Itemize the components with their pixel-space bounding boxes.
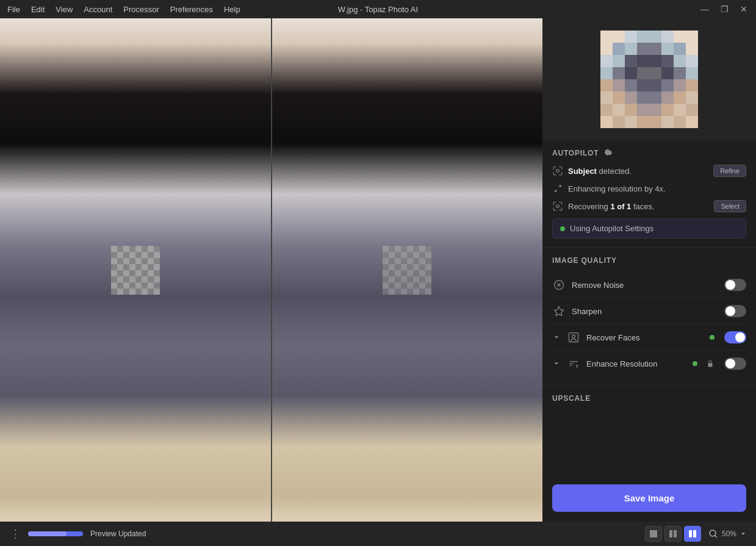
save-section: Save Image [542,475,756,522]
thumbnail-cell [686,55,698,67]
resolution-icon [552,183,563,194]
image-before [0,18,271,522]
remove-noise-toggle[interactable] [724,279,746,291]
image-quality-header: IMAGE QUALITY [552,256,746,265]
thumbnail-cell [613,67,625,79]
thumbnail-cell [674,31,686,43]
thumbnail-cell [613,92,625,104]
zoom-control: 50% [708,529,746,539]
save-image-button[interactable]: Save Image [552,484,746,512]
thumbnail-cell [661,92,674,104]
thumbnail-cell [625,43,637,55]
close-button[interactable]: ✕ [739,4,749,14]
enhance-resolution-row: Enhance Resolution [552,351,746,376]
menu-account[interactable]: Account [84,5,112,14]
thumbnail-cell [600,31,613,43]
maximize-button[interactable]: ❐ [719,4,729,14]
enhance-resolution-label: Enhance Resolution [586,359,686,368]
select-button[interactable]: Select [714,200,746,212]
svg-point-0 [556,170,560,173]
thumbnail-cell [625,55,637,67]
thumbnail-cell [600,104,613,116]
menu-help[interactable]: Help [224,5,240,14]
mosaic-blur-left [111,246,160,295]
menu-view[interactable]: View [56,5,73,14]
thumbnail-cell [674,116,686,128]
thumbnail-cell [625,104,637,116]
thumbnail-cell [613,116,625,128]
image-quality-section: IMAGE QUALITY Remove Noise [542,248,756,386]
thumbnail-cell [625,116,637,128]
menu-preferences[interactable]: Preferences [170,5,213,14]
thumbnail-cell [637,67,649,79]
thumbnail-cell [649,31,661,43]
options-dots-button[interactable]: ⋮ [10,527,21,541]
menu-edit[interactable]: Edit [31,5,45,14]
menu-processor[interactable]: Processor [123,5,159,14]
preview-updated-text: Preview Updated [90,530,146,538]
sharpen-label: Sharpen [572,307,718,316]
subject-icon [552,165,563,176]
enhance-resolution-toggle[interactable] [724,357,746,370]
split-view-button[interactable] [664,526,682,542]
thumbnail-cell [674,79,686,92]
thumbnail-cell [686,31,698,43]
autopilot-resolution-row: Enhancing resolution by 4x. [552,183,746,194]
zoom-icon[interactable] [708,529,718,539]
thumbnail-cell [637,79,649,92]
svg-rect-3 [569,333,578,342]
progress-bar [28,531,83,536]
gear-icon[interactable] [603,149,612,157]
thumbnail-cell [686,92,698,104]
subject-detected-text: Subject detected. [568,167,708,176]
recover-faces-active-dot [710,335,715,340]
titlebar: File Edit View Account Processor Prefere… [0,0,756,18]
thumbnail-cell [600,43,613,55]
thumbnail-cell [625,92,637,104]
thumbnail-cell [637,31,649,43]
thumbnail-cell [637,92,649,104]
autopilot-section: AUTOPILOT Subject detected. Refine [542,140,756,248]
sharpen-toggle[interactable] [724,305,746,317]
thumbnail-cell [637,104,649,116]
thumbnail-cell [674,43,686,55]
menu-file[interactable]: File [7,5,20,14]
svg-point-10 [710,530,716,536]
thumbnail-cell [600,67,613,79]
main-content: AUTOPILOT Subject detected. Refine [0,18,756,522]
thumbnail-cell [661,55,674,67]
recover-faces-toggle[interactable] [724,331,746,343]
refine-button[interactable]: Refine [713,165,746,177]
autopilot-title: AUTOPILOT [552,149,599,157]
autopilot-settings-text: Using Autopilot Settings [570,224,653,233]
faces-icon [552,201,563,212]
bottom-bar: ⋮ Preview Updated 50% [0,522,756,546]
remove-noise-icon [552,278,566,292]
image-panel-left [0,18,272,522]
thumbnail-cell [613,104,625,116]
image-quality-title: IMAGE QUALITY [552,256,617,265]
thumbnail-cell [649,43,661,55]
zoom-chevron-icon[interactable] [740,531,746,537]
recover-faces-row: Recover Faces [552,325,746,351]
remove-noise-row: Remove Noise [552,272,746,298]
minimize-button[interactable]: — [700,4,710,14]
recover-faces-expand-icon[interactable] [552,333,561,342]
thumbnail-cell [600,116,613,128]
autopilot-header: AUTOPILOT [552,149,746,157]
side-by-side-view-button[interactable] [684,526,701,542]
svg-point-1 [556,205,560,208]
recover-faces-label: Recover Faces [586,333,704,342]
thumbnail-cell [613,43,625,55]
enhance-resolution-expand-icon[interactable] [552,359,561,368]
single-view-button[interactable] [645,526,662,542]
svg-rect-7 [674,530,677,537]
thumbnail-cell [600,55,613,67]
thumbnail-cell [600,79,613,92]
thumbnail-cell [649,104,661,116]
thumbnail-cell [613,55,625,67]
thumbnail-cell [674,67,686,79]
thumbnail-cell [661,67,674,79]
green-dot-settings [560,226,565,231]
image-area [0,18,542,522]
